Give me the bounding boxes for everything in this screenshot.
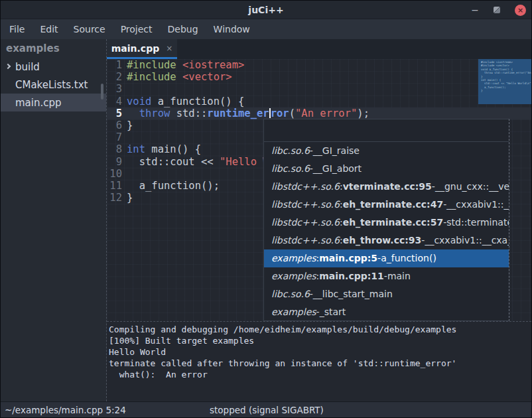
backtrace-popup: libc.so.6 - __GI_raiselibc.so.6 - __GI_a…	[263, 119, 509, 321]
line-number: 11	[107, 180, 127, 192]
code-minimap[interactable]: #include <iostream>#include <vector>void…	[478, 59, 531, 104]
terminal-line: [100%] Built target examples	[109, 335, 531, 346]
tab-label: main.cpp	[111, 43, 159, 54]
backtrace-function: __libc_start_main	[313, 289, 393, 299]
tab-bar: main.cpp ×	[107, 39, 531, 59]
menu-item-edit[interactable]: Edit	[38, 23, 60, 36]
backtrace-module: libc.so.6	[271, 163, 310, 174]
backtrace-module: libc.so.6	[271, 145, 310, 156]
backtrace-file-line: eh_terminate.cc:47	[343, 199, 444, 210]
backtrace-file-line: eh_throw.cc:93	[343, 235, 422, 245]
backtrace-module: libstdc++.so.6	[271, 217, 340, 228]
menu-bar: FileEditSourceProjectDebugWindow	[1, 19, 531, 39]
backtrace-item[interactable]: libc.so.6 - __libc_start_main	[264, 285, 509, 303]
backtrace-item[interactable]: libc.so.6 - __GI_raise	[264, 142, 509, 160]
backtrace-item[interactable]: examples - _start	[264, 303, 509, 320]
code-token: }	[127, 119, 133, 131]
backtrace-function: __GI_abort	[313, 163, 362, 174]
menu-item-project[interactable]: Project	[119, 23, 155, 36]
window-title: juCi++	[1, 5, 531, 15]
line-number: 5	[107, 107, 127, 119]
code-line[interactable]: 1#include <iostream>	[107, 59, 531, 71]
code-token: throw	[139, 107, 170, 119]
sidebar-item-label: main.cpp	[15, 97, 62, 109]
minimize-button[interactable]: −	[471, 7, 479, 13]
sidebar-scrollbar-thumb[interactable]	[101, 84, 103, 100]
backtrace-item[interactable]: examples:main.cpp:11 - main	[264, 267, 509, 285]
tab-main-cpp[interactable]: main.cpp ×	[107, 39, 177, 59]
backtrace-module: libstdc++.so.6	[271, 235, 340, 245]
menu-item-debug[interactable]: Debug	[166, 23, 200, 36]
sidebar-item-cmakelists-txt[interactable]: CMakeLists.txt	[1, 76, 106, 94]
backtrace-function: main	[387, 271, 411, 281]
backtrace-module: libstdc++.so.6	[271, 199, 340, 210]
line-number: 6	[107, 119, 127, 131]
main-area: examples buildCMakeLists.txtmain.cpp mai…	[1, 39, 531, 401]
backtrace-item[interactable]: libstdc++.so.6:eh_terminate.cc:57 - std:…	[264, 214, 509, 232]
code-token: "An error"	[295, 107, 357, 119]
backtrace-search-input[interactable]	[264, 119, 509, 142]
line-number: 4	[107, 96, 127, 107]
backtrace-file-line: eh_terminate.cc:57	[343, 217, 444, 228]
app-window: juCi++ − × FileEditSourceProjectDebugWin…	[0, 0, 532, 418]
editor-column: main.cpp × 1#include <iostream>2#include…	[107, 39, 531, 401]
menu-item-file[interactable]: File	[7, 23, 27, 36]
backtrace-module: libstdc++.so.6	[271, 181, 340, 192]
code-line[interactable]: 4void a_function() {	[107, 96, 531, 107]
debug-state: stopped (signal SIGABRT)	[210, 405, 324, 415]
close-button[interactable]: ×	[515, 5, 526, 16]
code-line[interactable]: 3	[107, 83, 531, 95]
restore-icon[interactable]	[494, 7, 500, 13]
chevron-right-icon[interactable]	[5, 64, 11, 69]
backtrace-item[interactable]: libc.so.6 - __GI_abort	[264, 160, 509, 178]
backtrace-file-line: main.cpp:11	[319, 271, 384, 281]
code-line-text: int main() {	[127, 143, 201, 155]
code-token: void	[127, 96, 151, 107]
backtrace-file-line: vterminate.cc:95	[343, 181, 432, 192]
backtrace-item[interactable]: libstdc++.so.6:eh_throw.cc:93 - __cxxabi…	[264, 232, 509, 249]
code-token: main() {	[145, 143, 201, 155]
menu-item-window[interactable]: Window	[212, 23, 252, 36]
backtrace-function: __cxxabiv1::__terminate	[446, 199, 509, 210]
code-line-text: a_function();	[127, 180, 220, 192]
code-token: (	[289, 107, 295, 119]
backtrace-file-line: main.cpp:5	[319, 253, 377, 263]
line-number: 8	[107, 143, 127, 155]
backtrace-item[interactable]: libstdc++.so.6:vterminate.cc:95 - __gnu_…	[264, 178, 509, 196]
sidebar-item-main-cpp[interactable]: main.cpp	[1, 94, 106, 111]
code-token: #include	[127, 71, 182, 83]
terminal-output[interactable]: Compiling and debugging /home/eidheim/ex…	[107, 321, 531, 401]
line-number: 3	[107, 83, 127, 95]
cursor-location: ~/examples/main.cpp 5:24	[5, 405, 126, 415]
line-number: 7	[107, 131, 127, 143]
line-number: 1	[107, 59, 127, 71]
code-line-text: #include <vector>	[127, 71, 232, 83]
code-token: }	[127, 192, 133, 204]
menu-item-source[interactable]: Source	[72, 23, 107, 36]
line-number: 9	[107, 156, 127, 168]
backtrace-item[interactable]: libstdc++.so.6:eh_terminate.cc:47 - __cx…	[264, 196, 509, 214]
terminal-line: terminate called after throwing an insta…	[109, 358, 531, 369]
code-line-text: }	[127, 192, 133, 204]
sidebar-item-build[interactable]: build	[1, 58, 106, 76]
backtrace-module: libc.so.6	[271, 289, 310, 299]
code-token: <vector>	[182, 71, 232, 83]
status-bar: ~/examples/main.cpp 5:24 stopped (signal…	[1, 401, 531, 417]
backtrace-list: libc.so.6 - __GI_raiselibc.so.6 - __GI_a…	[264, 142, 509, 320]
backtrace-function: _start	[320, 307, 346, 317]
file-tree-sidebar: examples buildCMakeLists.txtmain.cpp	[1, 39, 107, 401]
sidebar-item-label: CMakeLists.txt	[15, 79, 88, 91]
code-token: ror	[271, 107, 289, 119]
project-name: examples	[1, 39, 106, 58]
backtrace-item[interactable]: examples:main.cpp:5 - a_function()	[264, 249, 509, 267]
code-line-text: void a_function() {	[127, 96, 244, 107]
window-controls: − ×	[471, 1, 526, 19]
backtrace-function: std::terminate()	[446, 217, 509, 228]
code-token: int	[127, 143, 145, 155]
code-line[interactable]: 2#include <vector>	[107, 71, 531, 83]
code-token	[127, 107, 139, 119]
code-token: #include	[127, 59, 182, 71]
tab-close-icon[interactable]: ×	[166, 44, 172, 53]
code-line-text: throw std::runtime_error("An error");	[127, 107, 369, 119]
code-line[interactable]: 5 throw std::runtime_error("An error");	[107, 107, 531, 119]
